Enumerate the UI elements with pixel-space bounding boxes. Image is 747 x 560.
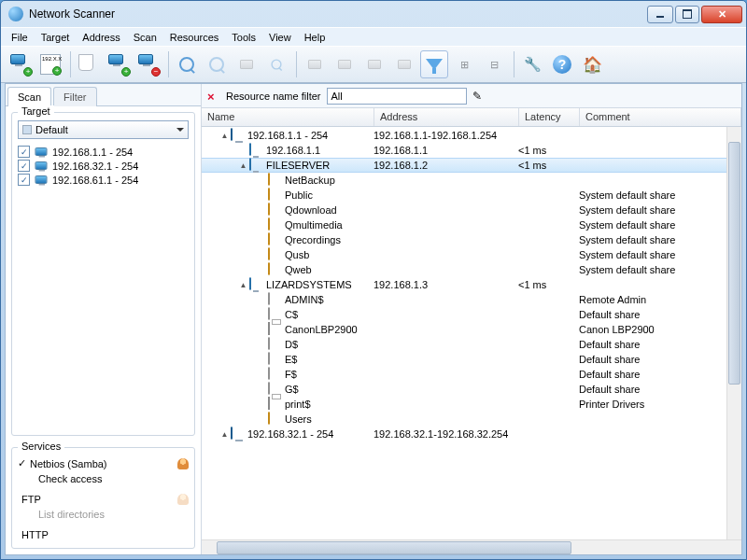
close-button[interactable]: ✕ <box>701 6 742 23</box>
tb-tree2[interactable]: ⊟ <box>480 50 508 78</box>
service-http[interactable]: HTTP <box>18 527 189 542</box>
tb-import[interactable] <box>75 50 103 78</box>
col-comment[interactable]: Comment <box>580 108 741 126</box>
col-name[interactable]: Name <box>202 108 374 126</box>
tb-scan[interactable] <box>173 50 201 78</box>
tree-row[interactable]: NetBackup <box>202 173 741 188</box>
expand-icon[interactable] <box>258 206 266 215</box>
tb-f1[interactable] <box>301 50 329 78</box>
expand-icon[interactable]: ▲ <box>220 430 229 439</box>
expand-icon[interactable] <box>258 371 266 379</box>
expand-icon[interactable] <box>258 236 266 245</box>
tb-f2[interactable] <box>331 50 359 78</box>
tb-add-targets[interactable]: + <box>7 50 35 78</box>
checkbox-icon[interactable]: ✓ <box>18 174 30 186</box>
expand-icon[interactable] <box>258 311 266 319</box>
service-sub[interactable]: Check access <box>18 471 189 486</box>
menu-file[interactable]: File <box>5 30 35 45</box>
tree-row[interactable]: QmultimediaSystem default share <box>202 217 741 232</box>
h-scrollbar[interactable] <box>202 539 741 554</box>
filter-combo[interactable]: All <box>327 88 467 105</box>
range-row[interactable]: ✓ 192.168.1.1 - 254 <box>18 145 189 159</box>
tree-row[interactable]: QrecordingsSystem default share <box>202 232 741 247</box>
range-row[interactable]: ✓ 192.168.61.1 - 254 <box>18 173 189 187</box>
tree-row[interactable]: F$Default share <box>202 367 741 382</box>
expand-icon[interactable] <box>258 415 266 424</box>
expand-icon[interactable]: ▲ <box>220 132 229 140</box>
expand-icon[interactable] <box>258 341 266 349</box>
tb-add-computer[interactable]: + <box>105 50 133 78</box>
tb-f3[interactable] <box>360 50 388 78</box>
checkbox-icon[interactable]: ✓ <box>18 457 26 469</box>
tb-settings[interactable] <box>518 50 546 78</box>
tree-row[interactable]: 192.168.1.1192.168.1.1<1 ms <box>202 143 741 158</box>
tree-row[interactable]: QwebSystem default share <box>202 262 741 277</box>
expand-icon[interactable] <box>258 251 266 259</box>
tree-row[interactable]: QdownloadSystem default share <box>202 203 741 217</box>
tree-row[interactable]: ▲192.168.1.1 - 254192.168.1.1-192.168.1.… <box>202 128 741 143</box>
filter-edit-icon[interactable]: ✎ <box>472 90 482 103</box>
tree-row[interactable]: ADMIN$Remote Admin <box>202 292 741 307</box>
col-latency[interactable]: Latency <box>519 108 580 126</box>
minimize-button[interactable] <box>647 6 673 23</box>
menu-view[interactable]: View <box>262 30 298 45</box>
expand-icon[interactable]: ▲ <box>239 281 247 289</box>
expand-icon[interactable] <box>258 221 266 230</box>
expand-icon[interactable] <box>258 400 266 409</box>
menu-tools[interactable]: Tools <box>225 30 262 45</box>
tree-row[interactable]: Users <box>202 412 741 427</box>
scrollbar-thumb[interactable] <box>728 142 740 385</box>
tb-export1[interactable] <box>233 50 261 78</box>
expand-icon[interactable] <box>258 191 266 200</box>
tb-remove-computer[interactable]: − <box>134 50 162 78</box>
tree-row[interactable]: ▲FILESERVER192.168.1.2<1 ms <box>202 158 741 173</box>
maximize-button[interactable] <box>675 6 699 23</box>
range-row[interactable]: ✓ 192.168.32.1 - 254 <box>18 159 189 173</box>
tb-help[interactable]: ? <box>548 50 576 78</box>
tree-row[interactable]: ▲192.168.32.1 - 254192.168.32.1-192.168.… <box>202 427 741 441</box>
tree-row[interactable]: PublicSystem default share <box>202 188 741 203</box>
expand-icon[interactable] <box>258 296 266 304</box>
expand-icon[interactable]: ▲ <box>239 161 247 170</box>
scrollbar-thumb[interactable] <box>217 541 571 554</box>
v-scrollbar[interactable] <box>726 127 741 539</box>
results-tree[interactable]: ▲192.168.1.1 - 254192.168.1.1-192.168.1.… <box>202 127 741 539</box>
tree-row[interactable]: QusbSystem default share <box>202 247 741 262</box>
tab-filter[interactable]: Filter <box>53 87 96 106</box>
menu-target[interactable]: Target <box>35 30 77 45</box>
menu-resources[interactable]: Resources <box>163 30 226 45</box>
tb-add-range[interactable]: 192.X.X+ <box>36 50 64 78</box>
tb-rescan[interactable] <box>203 50 231 78</box>
col-address[interactable]: Address <box>374 108 519 126</box>
tb-filter[interactable] <box>420 50 448 78</box>
service-sub[interactable]: List directories <box>18 507 189 522</box>
titlebar[interactable]: Network Scanner ✕ <box>1 1 746 27</box>
service-ftp[interactable]: FTP <box>18 492 189 507</box>
tree-row[interactable]: G$Default share <box>202 382 741 397</box>
checkbox-icon[interactable]: ✓ <box>18 146 30 158</box>
menu-help[interactable]: Help <box>298 30 332 45</box>
expand-icon[interactable] <box>258 385 266 394</box>
filter-close-icon[interactable]: × <box>207 90 220 103</box>
expand-icon[interactable] <box>258 266 266 274</box>
tree-row[interactable]: print$Printer Drivers <box>202 397 741 412</box>
menu-address[interactable]: Address <box>76 30 126 45</box>
menu-scan[interactable]: Scan <box>127 30 163 45</box>
tree-row[interactable]: ▲LIZARDSYSTEMS192.168.1.3<1 ms <box>202 277 741 292</box>
tree-row[interactable]: C$Default share <box>202 307 741 322</box>
tb-f4[interactable] <box>390 50 418 78</box>
tb-search-folder[interactable] <box>262 50 290 78</box>
tree-row[interactable]: E$Default share <box>202 352 741 367</box>
tb-home[interactable]: 🏠 <box>578 50 606 78</box>
tab-scan[interactable]: Scan <box>7 87 51 106</box>
service-netbios[interactable]: ✓ Netbios (Samba) <box>18 455 189 471</box>
target-combo[interactable]: Default <box>18 120 189 139</box>
checkbox-icon[interactable]: ✓ <box>18 160 30 172</box>
tree-row[interactable]: CanonLBP2900Canon LBP2900 <box>202 322 741 337</box>
tb-tree1[interactable]: ⊞ <box>450 50 478 78</box>
tree-row[interactable]: D$Default share <box>202 337 741 352</box>
expand-icon[interactable] <box>239 147 247 155</box>
expand-icon[interactable] <box>258 356 266 364</box>
expand-icon[interactable] <box>258 176 266 185</box>
expand-icon[interactable] <box>258 326 266 334</box>
